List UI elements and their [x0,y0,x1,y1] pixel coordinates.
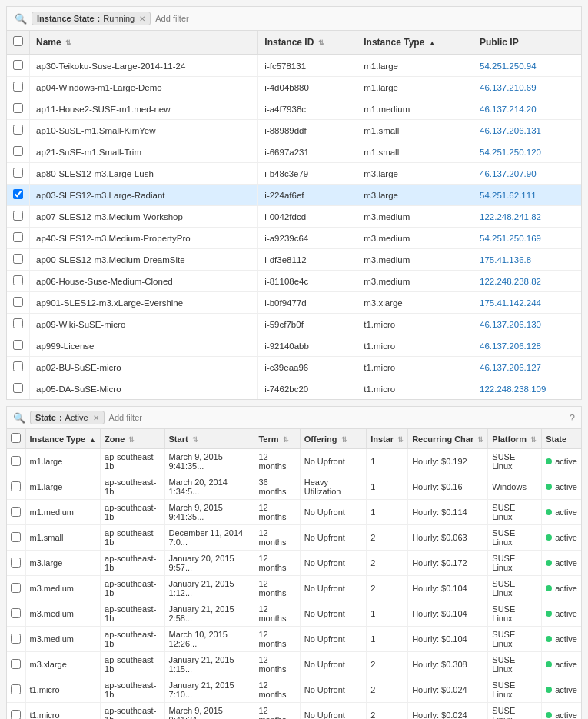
table-row[interactable]: ap21-SuSE-m1.Small-Trim i-6697a231 m1.sm… [7,141,581,163]
table-row[interactable]: m1.medium ap-southeast-1b March 9, 2015 … [7,500,581,525]
ip-link[interactable]: 122.248.241.82 [480,212,541,221]
ip-link[interactable]: 46.137.210.69 [480,83,537,92]
row-public-ip[interactable]: 46.137.207.90 [473,163,582,185]
table-row[interactable]: m1.large ap-southeast-1b March 9, 2015 9… [7,449,581,474]
select-all-checkbox[interactable] [13,36,23,46]
row-checkbox-cell-2[interactable] [7,601,25,627]
ip-link[interactable]: 46.137.206.128 [480,341,541,351]
table-row[interactable]: ap11-House2-SUSE-m1.med-new i-a4f7938c m… [7,98,581,120]
row-public-ip[interactable]: 54.251.250.169 [473,228,582,249]
col-header-recurring[interactable]: Recurring Char ⇅ [408,429,488,449]
row-checkbox[interactable] [13,297,23,307]
table-row[interactable]: ap901-SLES12-m3.xLarge-Evershine i-b0f94… [7,292,581,314]
col-header-instar[interactable]: Instar ⇅ [367,429,408,449]
ip-link[interactable]: 54.251.250.169 [480,234,541,243]
row-checkbox-2[interactable] [11,608,21,618]
row-checkbox-2[interactable] [11,532,21,542]
row-checkbox-cell[interactable] [7,249,30,271]
table-row[interactable]: ap00-SLES12-m3.Medium-DreamSite i-df3e81… [7,249,581,271]
ip-link[interactable]: 54.251.250.94 [480,62,537,71]
row-checkbox-2[interactable] [11,710,21,720]
row-checkbox[interactable] [13,340,23,350]
row-checkbox[interactable] [13,232,23,242]
add-filter-button-2[interactable]: Add filter [109,413,142,422]
table-row[interactable]: m3.medium ap-southeast-1b January 21, 20… [7,601,581,627]
ip-link[interactable]: 46.137.206.130 [480,320,541,329]
row-public-ip[interactable]: 54.251.250.94 [473,55,582,77]
row-public-ip[interactable]: 46.137.210.69 [473,77,582,98]
ip-link[interactable]: 46.137.206.131 [480,126,541,135]
row-checkbox[interactable] [13,189,23,199]
row-checkbox[interactable] [13,60,23,70]
row-public-ip[interactable]: 46.137.206.127 [473,357,582,378]
table-row[interactable]: ap80-SLES12-m3.Large-Lush i-b48c3e79 m3.… [7,163,581,185]
row-public-ip[interactable]: 46.137.206.130 [473,314,582,335]
row-public-ip[interactable]: 175.41.136.8 [473,249,582,271]
help-icon[interactable]: ? [570,412,575,424]
row-checkbox[interactable] [13,125,23,135]
row-checkbox-cell-2[interactable] [7,703,25,720]
row-checkbox-cell-2[interactable] [7,677,25,703]
row-checkbox-cell-2[interactable] [7,576,25,601]
row-checkbox-cell[interactable] [7,77,30,98]
table-row[interactable]: m1.large ap-southeast-1b March 20, 2014 … [7,474,581,500]
row-checkbox[interactable] [13,168,23,178]
row-checkbox-cell-2[interactable] [7,449,25,474]
table-row[interactable]: m3.medium ap-southeast-1b January 21, 20… [7,576,581,601]
col-header-offering[interactable]: Offering ⇅ [300,429,366,449]
row-checkbox-cell[interactable] [7,55,30,77]
row-checkbox-cell[interactable] [7,292,30,314]
row-checkbox-2[interactable] [11,659,21,669]
row-public-ip[interactable]: 46.137.206.131 [473,120,582,141]
row-checkbox[interactable] [13,318,23,328]
ip-link[interactable]: 175.41.136.8 [480,255,531,265]
table-row[interactable]: m3.medium ap-southeast-1b March 10, 2015… [7,627,581,652]
row-checkbox-2[interactable] [11,456,21,466]
add-filter-button[interactable]: Add filter [155,14,188,23]
select-all-header[interactable] [7,31,30,55]
table-row[interactable]: ap06-House-Suse-Medium-Cloned i-81108e4c… [7,271,581,292]
table-row[interactable]: m3.xlarge ap-southeast-1b January 21, 20… [7,652,581,677]
row-checkbox[interactable] [13,103,23,113]
col-header-platform[interactable]: Platform ⇅ [488,429,542,449]
row-checkbox-cell[interactable] [7,185,30,206]
ip-link[interactable]: 54.251.250.120 [480,148,541,157]
table-row[interactable]: ap04-Windows-m1-Large-Demo i-4d04b880 m1… [7,77,581,98]
row-checkbox[interactable] [13,146,23,156]
row-checkbox-cell-2[interactable] [7,474,25,500]
ip-link[interactable]: 46.137.207.90 [480,169,537,178]
row-checkbox-cell[interactable] [7,378,30,400]
row-public-ip[interactable]: 175.41.142.244 [473,292,582,314]
table-row[interactable]: ap10-SuSE-m1.Small-KimYew i-88989ddf m1.… [7,120,581,141]
row-checkbox-cell-2[interactable] [7,551,25,576]
table-row[interactable]: ap02-BU-SuSE-micro i-c39eaa96 t1.micro 4… [7,357,581,378]
row-checkbox-cell-2[interactable] [7,627,25,652]
row-checkbox-cell[interactable] [7,98,30,120]
row-checkbox-2[interactable] [11,481,21,491]
close-icon-2[interactable]: ✕ [93,414,99,422]
ip-link[interactable]: 122.248.238.109 [480,384,546,394]
table-row[interactable]: t1.micro ap-southeast-1b March 9, 2015 9… [7,703,581,720]
table-row[interactable]: ap07-SLES12-m3.Medium-Workshop i-0042fdc… [7,206,581,228]
row-checkbox-cell[interactable] [7,163,30,185]
table-row[interactable]: m1.small ap-southeast-1b December 11, 20… [7,525,581,551]
select-all-checkbox-2[interactable] [11,433,21,443]
table-row[interactable]: ap999-License i-92140abb t1.micro 46.137… [7,335,581,357]
col-header-name[interactable]: Name ⇅ [30,31,258,55]
instance-state-filter[interactable]: Instance State : Running ✕ [32,12,151,25]
row-checkbox[interactable] [13,254,23,264]
row-public-ip[interactable]: 122.248.238.109 [473,378,582,400]
table-row[interactable]: ap30-Teikoku-Suse-Large-2014-11-24 i-fc5… [7,55,581,77]
ip-link[interactable]: 175.41.142.244 [480,298,541,308]
table-row[interactable]: ap05-DA-SuSE-Micro i-7462bc20 t1.micro 1… [7,378,581,400]
row-public-ip[interactable]: 54.251.250.120 [473,141,582,163]
table-row[interactable]: t1.micro ap-southeast-1b January 21, 201… [7,677,581,703]
row-checkbox[interactable] [13,275,23,285]
ip-link[interactable]: 46.137.214.20 [480,105,537,114]
col-header-start[interactable]: Start ⇅ [164,429,254,449]
row-checkbox-2[interactable] [11,634,21,644]
row-checkbox-cell-2[interactable] [7,525,25,551]
row-public-ip[interactable]: 46.137.206.128 [473,335,582,357]
ip-link[interactable]: 46.137.206.127 [480,363,541,372]
row-checkbox[interactable] [13,82,23,92]
